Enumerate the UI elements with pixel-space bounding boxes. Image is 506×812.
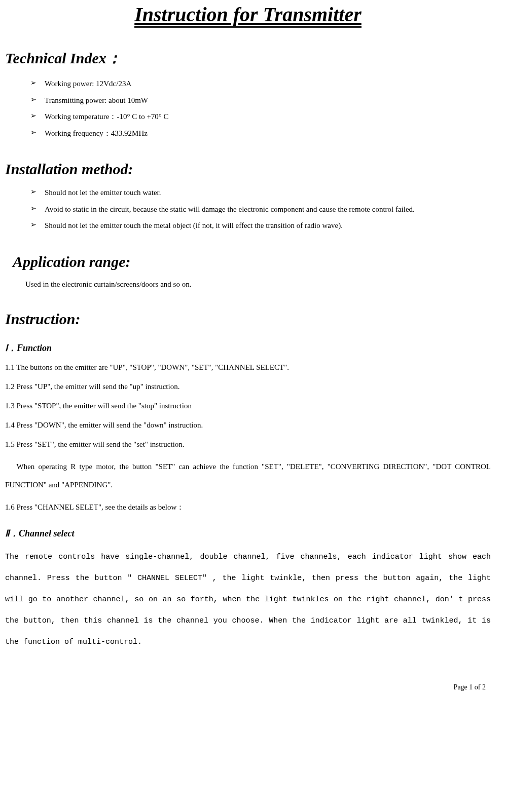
- page-footer: Page 1 of 2: [5, 683, 491, 691]
- application-range-text: Used in the electronic curtain/screens/d…: [25, 278, 491, 290]
- document-page: Instruction for Transmitter Technical In…: [0, 3, 506, 707]
- list-item: Should not let the emitter touch the met…: [30, 218, 491, 233]
- function-line: 1.2 Press "UP", the emitter will send th…: [5, 380, 491, 393]
- list-item: Avoid to static in the circuit, because …: [30, 202, 491, 217]
- installation-method-list: Should not let the emitter touch water. …: [30, 185, 491, 233]
- document-title: Instruction for Transmitter: [134, 3, 362, 28]
- list-item: Working frequency：433.92MHz: [30, 126, 491, 141]
- technical-index-heading: Technical Index：: [5, 48, 491, 69]
- function-line: 1.3 Press "STOP", the emitter will send …: [5, 400, 491, 412]
- function-heading: Ⅰ．Function: [5, 342, 491, 354]
- channel-select-heading: Ⅱ．Channel select: [5, 527, 491, 539]
- instruction-heading: Instruction:: [5, 311, 491, 328]
- title-wrap: Instruction for Transmitter: [5, 3, 491, 28]
- technical-index-list: Working power: 12Vdc/23A Transmitting po…: [30, 76, 491, 140]
- list-item: Working power: 12Vdc/23A: [30, 76, 491, 91]
- function-line: 1.5 Press "SET", the emitter will send t…: [5, 438, 491, 450]
- function-line: 1.1 The buttons on the emitter are "UP",…: [5, 361, 491, 373]
- function-paragraph: When operating R type motor, the button …: [5, 457, 491, 494]
- application-range-heading: Application range:: [13, 253, 491, 270]
- list-item: Working temperature：-10° C to +70° C: [30, 109, 491, 124]
- channel-select-paragraph: The remote controls have single-channel,…: [5, 547, 491, 653]
- function-line: 1.6 Press "CHANNEL SELET", see the detai…: [5, 501, 491, 513]
- list-item: Transmitting power: about 10mW: [30, 93, 491, 108]
- installation-method-heading: Installation method:: [5, 161, 491, 178]
- function-line: 1.4 Press "DOWN", the emitter will send …: [5, 419, 491, 431]
- function-paragraph-text: When operating R type motor, the button …: [5, 462, 491, 489]
- list-item: Should not let the emitter touch water.: [30, 185, 491, 200]
